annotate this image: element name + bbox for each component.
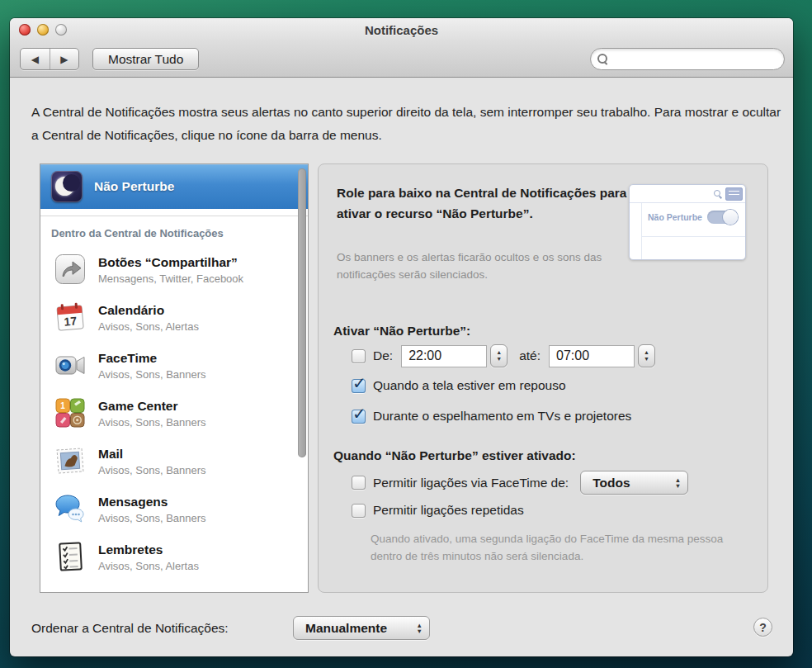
sidebar-item-title: Lembretes — [98, 542, 199, 557]
svg-text:1: 1 — [60, 401, 65, 410]
divider — [641, 203, 642, 259]
preview-list-icon — [725, 187, 743, 201]
activate-section-label: Ativar “Não Perturbe”: — [333, 324, 470, 339]
search-input[interactable] — [608, 53, 784, 66]
sort-label: Ordenar a Central de Notificações: — [31, 621, 229, 636]
sidebar-item-botoes-compartilhar[interactable]: Botões “Compartilhar” Mensagens, Twitter… — [40, 245, 296, 293]
sidebar-scrollbar-thumb[interactable] — [298, 168, 306, 457]
show-all-button[interactable]: Mostrar Tudo — [92, 48, 199, 70]
divider — [40, 216, 308, 216]
sidebar-item-calendario[interactable]: 17 Calendário Avisos, Sons, Alertas — [40, 293, 296, 341]
sidebar-item-title: Botões “Compartilhar” — [98, 254, 243, 270]
facetime-allow-row: Permitir ligações via FaceTime de: Todos… — [352, 471, 688, 495]
sidebar-item-nao-perturbe[interactable]: Não Perturbe — [40, 164, 308, 209]
sidebar-item-subtitle: Avisos, Sons, Alertas — [98, 320, 199, 333]
calendar-day-number: 17 — [64, 314, 78, 328]
schedule-row: De: ▲▼ até: ▲▼ — [352, 344, 655, 367]
sidebar-item-subtitle: Avisos, Sons, Banners — [98, 464, 206, 476]
sidebar-item-subtitle: Mensagens, Twitter, Facebook — [98, 272, 243, 285]
sort-popup[interactable]: Manualmente ▲▼ — [293, 616, 430, 640]
sleep-checkbox-label: Quando a tela estiver em repouso — [373, 378, 566, 393]
sidebar-section-header: Dentro da Central de Notificações — [51, 227, 224, 239]
mirror-checkbox-row[interactable]: Durante o espelhamento em TVs e projetor… — [352, 409, 631, 424]
to-label: até: — [519, 348, 541, 363]
sidebar-item-title: FaceTime — [98, 350, 206, 366]
from-time-field[interactable] — [401, 345, 487, 367]
search-icon — [597, 54, 608, 64]
sidebar-item-title: Game Center — [98, 398, 206, 414]
sidebar-item-mail[interactable]: Mail Avisos, Sons, Banners — [40, 437, 296, 485]
repeated-calls-row[interactable]: Permitir ligações repetidas — [352, 503, 524, 518]
sidebar-item-title: Mensagens — [98, 494, 206, 509]
divider — [641, 236, 745, 237]
preferences-window: Notificações ◀ ▶ Mostrar Tudo A Central … — [10, 18, 793, 656]
mirror-checkbox[interactable] — [352, 410, 366, 424]
repeated-calls-note: Quando ativado, uma segunda ligação do F… — [371, 531, 730, 565]
panel-heading: Role para baixo na Central de Notificaçõ… — [337, 182, 627, 224]
when-active-section-label: Quando “Não Perturbe” estiver ativado: — [333, 448, 576, 463]
share-icon — [54, 253, 87, 286]
repeated-calls-label: Permitir ligações repetidas — [373, 503, 524, 518]
forward-button[interactable]: ▶ — [50, 49, 79, 69]
panel-subtext: Os banners e os alertas ficarão ocultos … — [337, 249, 617, 283]
intro-text: A Central de Notificações mostra seus al… — [31, 101, 786, 147]
sidebar-item-game-center[interactable]: 1 Game Center Avisos, Sons, Banners — [40, 389, 296, 437]
repeated-calls-checkbox[interactable] — [352, 504, 366, 518]
search-field[interactable] — [590, 48, 785, 70]
to-time-field[interactable] — [549, 345, 635, 367]
sidebar-list: Botões “Compartilhar” Mensagens, Twitter… — [40, 245, 296, 580]
toggle-knob — [723, 210, 738, 225]
toolbar: ◀ ▶ Mostrar Tudo — [10, 41, 793, 78]
facetime-icon — [54, 348, 87, 381]
sidebar-item-lembretes[interactable]: Lembretes Avisos, Sons, Alertas — [40, 533, 296, 580]
facetime-allow-label: Permitir ligações via FaceTime de: — [373, 476, 569, 490]
reminders-icon — [54, 540, 87, 573]
sidebar-selected-label: Não Perturbe — [94, 179, 174, 194]
messages-icon — [54, 492, 87, 525]
facetime-from-value: Todos — [592, 476, 630, 490]
mirror-checkbox-label: Durante o espelhamento em TVs e projetor… — [373, 409, 631, 424]
preview-dnd-toggle — [707, 211, 737, 224]
sidebar-item-mensagens[interactable]: Mensagens Avisos, Sons, Banners — [40, 485, 296, 533]
sleep-checkbox-row[interactable]: Quando a tela estiver em repouso — [352, 378, 566, 393]
window-title: Notificações — [10, 23, 793, 37]
popup-arrows-icon: ▲▼ — [675, 477, 681, 489]
nav-segment: ◀ ▶ — [20, 48, 79, 70]
sidebar-item-title: Mail — [98, 446, 206, 462]
do-not-disturb-moon-icon — [51, 171, 83, 202]
back-button[interactable]: ◀ — [21, 49, 50, 69]
preview-dnd-label: Não Perturbe — [648, 212, 702, 222]
from-label: De: — [373, 348, 393, 363]
mail-icon — [54, 444, 87, 477]
do-not-disturb-panel: Role para baixo na Central de Notificaçõ… — [318, 163, 768, 593]
facetime-from-popup[interactable]: Todos ▲▼ — [580, 471, 688, 495]
game-center-icon: 1 — [54, 396, 87, 429]
sidebar: Não Perturbe Dentro da Central de Notifi… — [40, 163, 309, 593]
sidebar-item-subtitle: Avisos, Sons, Alertas — [98, 560, 199, 572]
facetime-allow-checkbox[interactable] — [352, 476, 366, 490]
title-bar: Notificações — [10, 18, 793, 41]
calendar-icon: 17 — [54, 301, 87, 334]
from-time-stepper[interactable]: ▲▼ — [490, 344, 508, 367]
schedule-checkbox[interactable] — [352, 349, 366, 363]
help-button[interactable]: ? — [753, 618, 772, 637]
to-time-stepper[interactable]: ▲▼ — [638, 344, 655, 367]
sleep-checkbox[interactable] — [352, 379, 366, 393]
sort-popup-value: Manualmente — [305, 621, 387, 636]
sidebar-item-subtitle: Avisos, Sons, Banners — [98, 368, 206, 381]
notification-center-preview: Não Perturbe — [629, 184, 746, 260]
preview-search-icon — [714, 190, 722, 198]
preview-search-bar — [630, 185, 745, 203]
popup-arrows-icon: ▲▼ — [417, 623, 423, 634]
sidebar-item-subtitle: Avisos, Sons, Banners — [98, 416, 206, 429]
sidebar-item-subtitle: Avisos, Sons, Banners — [98, 512, 206, 524]
sidebar-item-title: Calendário — [98, 302, 199, 318]
sidebar-item-facetime[interactable]: FaceTime Avisos, Sons, Banners — [40, 341, 296, 389]
